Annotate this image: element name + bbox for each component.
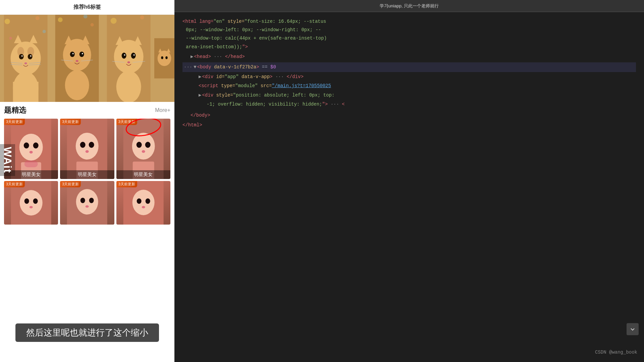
svg-point-10 [24, 62, 27, 64]
code-area: <html lang="en" style="font-size: 16.64p… [174, 12, 644, 362]
beauty-card-5[interactable]: 3天前更新 [60, 181, 114, 225]
svg-point-88 [137, 198, 141, 204]
beauty-card-6[interactable]: 3天前更新 [116, 181, 170, 225]
svg-point-64 [76, 133, 99, 160]
svg-point-40 [121, 53, 126, 59]
right-panel: 学习uniapp, 只此一个老师就行 <html lang="en" style… [174, 0, 644, 362]
code-line-4: area-inset-bottom));"> [182, 43, 636, 51]
tutorial-title: 学习uniapp, 只此一个老师就行 [380, 3, 439, 9]
subtitle-text: 然后这里呢也就进行了这个缩小 [15, 323, 159, 342]
svg-point-33 [58, 17, 63, 22]
code-line-3: --window-top: calc(44px + env(safe-area-… [182, 34, 636, 43]
category-title: 题精选 [4, 105, 26, 115]
code-line-body-close: </body> [182, 111, 636, 120]
cat-image-1 [0, 15, 51, 102]
svg-point-80 [30, 206, 33, 208]
svg-point-7 [28, 54, 33, 59]
svg-point-49 [140, 15, 144, 19]
svg-point-87 [132, 190, 154, 215]
svg-point-84 [89, 198, 94, 203]
svg-point-71 [136, 142, 142, 148]
svg-point-34 [91, 23, 94, 26]
cat-image-4 [154, 15, 174, 102]
card-label-2: 明星美女 [60, 170, 114, 179]
tutorial-header: 学习uniapp, 只此一个老师就行 [174, 0, 644, 12]
svg-point-17 [5, 19, 10, 24]
svg-point-67 [86, 150, 89, 153]
svg-point-29 [76, 60, 78, 62]
svg-point-59 [33, 142, 39, 148]
svg-point-72 [145, 142, 150, 148]
scroll-button[interactable] [627, 323, 639, 335]
svg-point-18 [36, 16, 40, 20]
svg-point-58 [24, 142, 29, 148]
svg-point-48 [110, 18, 116, 24]
more-button[interactable]: More+ [155, 107, 170, 113]
svg-point-73 [142, 150, 145, 153]
svg-point-43 [133, 54, 135, 56]
code-line-html-close: </html> [182, 121, 636, 129]
svg-point-90 [142, 206, 145, 208]
left-panel: 推荐h6标签 [0, 0, 174, 362]
svg-point-77 [20, 190, 43, 216]
update-badge-6: 3天前更新 [116, 181, 137, 187]
subtitle-bar: 然后这里呢也就进行了这个缩小 [0, 323, 174, 342]
top-bar: 推荐h6标签 [0, 0, 174, 15]
update-badge-2: 3天前更新 [60, 119, 81, 125]
svg-point-6 [19, 54, 24, 59]
csdn-watermark: CSDN @wang_book [595, 348, 637, 357]
code-line-html: <html lang="en" style="font-size: 16.64p… [182, 17, 636, 26]
svg-point-8 [21, 55, 23, 57]
svg-point-42 [124, 54, 125, 56]
cat-row [0, 15, 174, 102]
card-label-3: 明星美女 [116, 170, 170, 179]
category-section: 题精选 More+ 3天前更新 明星美女 3天前 [0, 102, 174, 227]
category-header: 题精选 More+ [4, 105, 170, 115]
code-line-div-hidden-2: -1; overflow: hidden; visibility: hidden… [182, 100, 636, 109]
beauty-grid-row1: 3天前更新 明星美女 3天前更新 [4, 119, 170, 179]
code-line-div-app[interactable]: ▶ <div id="app" data-v-app > ··· </div> [182, 73, 636, 81]
svg-point-82 [76, 189, 98, 215]
svg-point-9 [30, 55, 32, 57]
svg-point-27 [72, 53, 74, 54]
wait-overlay-text: WAit [0, 144, 15, 176]
update-badge-4: 3天前更新 [4, 181, 25, 187]
code-line-head[interactable]: ▶ <head> ··· </head> [182, 53, 636, 61]
svg-point-1 [11, 42, 41, 75]
svg-point-41 [131, 53, 136, 59]
svg-point-20 [9, 37, 12, 40]
svg-point-66 [89, 142, 94, 148]
beauty-card-2[interactable]: 3天前更新 明星美女 [60, 119, 114, 179]
svg-point-25 [70, 52, 75, 57]
top-bar-title: 推荐h6标签 [73, 4, 101, 11]
svg-rect-16 [13, 82, 39, 102]
svg-point-57 [19, 134, 43, 161]
svg-point-28 [82, 53, 83, 54]
svg-rect-62 [24, 161, 38, 167]
code-line-2: 0px; --window-left: 0px; --window-right:… [182, 26, 636, 34]
svg-point-89 [145, 198, 150, 204]
svg-point-51 [158, 51, 171, 66]
svg-point-54 [161, 56, 163, 59]
svg-point-78 [24, 198, 29, 204]
svg-point-75 [125, 119, 162, 137]
beauty-card-4[interactable]: 3天前更新 [4, 181, 58, 225]
beauty-grid-row2: 3天前更新 3天前更新 [4, 181, 170, 225]
cat-image-3 [103, 15, 154, 102]
svg-point-65 [80, 142, 86, 148]
svg-point-32 [65, 70, 89, 100]
code-line-script: <script type="module" src="/main.js?t=17… [182, 82, 636, 90]
svg-point-85 [86, 205, 89, 208]
svg-point-79 [33, 198, 38, 204]
svg-point-83 [80, 198, 85, 203]
cat-image-2 [51, 15, 103, 102]
svg-point-55 [165, 56, 167, 59]
code-line-body[interactable]: ··· ▼ <body data-v-1cf27b2a > == $0 [182, 62, 636, 72]
beauty-card-3[interactable]: 3天前更新 明星美女 [116, 119, 170, 179]
svg-point-44 [127, 61, 130, 63]
svg-point-60 [30, 151, 33, 154]
svg-point-26 [79, 52, 84, 57]
svg-point-19 [43, 30, 46, 33]
code-line-div-hidden[interactable]: ▶ <div style="position: absolute; left: … [182, 91, 636, 100]
update-badge-1: 3天前更新 [4, 119, 25, 125]
